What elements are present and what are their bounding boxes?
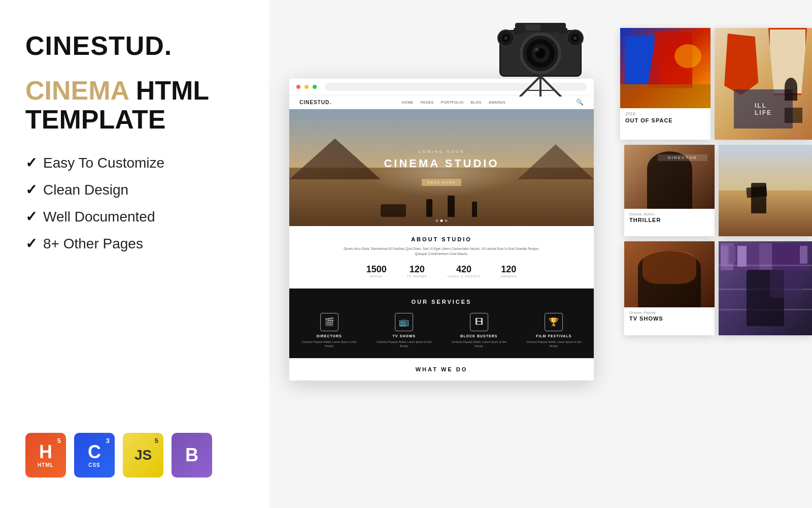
card-genre: Drama, Action [629, 212, 709, 216]
nav-blog: BLOG [471, 101, 482, 104]
window-close-dot [296, 85, 300, 89]
service-tvshows: 📺 TV SHOWS Contrary Popular Relief, Lore… [375, 313, 434, 348]
card-title: THRILLER [629, 217, 709, 223]
svg-point-9 [504, 37, 507, 40]
stat-num: 1500 [366, 264, 387, 275]
svg-line-15 [520, 76, 540, 97]
svg-point-5 [535, 48, 539, 52]
festivals-icon: 🏆 [545, 313, 563, 331]
html5-num: 5 [57, 437, 61, 444]
stat-video: 420 VIDEO & SPORTS [448, 264, 481, 278]
nav-portfolio: PORTFOLIO [441, 101, 464, 104]
js-badge: 5 JS [123, 433, 163, 478]
feature-item: ✓ 8+ Other Pages [25, 235, 244, 252]
html5-badge: 5 H HTML [25, 433, 66, 478]
card-art2: ILLLIFE [715, 28, 812, 140]
about-title: ABOUT STUDIO [299, 236, 584, 242]
feature-item: ✓ Easy To Customize [25, 154, 244, 171]
stat-label: TV SHOWS [407, 275, 427, 278]
site-services: OUR SERVICES 🎬 DIRECTORS Contrary Popula… [289, 289, 594, 359]
service-name: DIRECTORS [299, 334, 359, 338]
check-icon: ✓ [25, 181, 37, 198]
tvshows-icon: 📺 [395, 313, 413, 331]
feature-item: ✓ Well Documented [25, 208, 244, 225]
card-title: OUT OF SPACE [625, 117, 705, 123]
svg-rect-20 [514, 28, 523, 34]
feature-item: ✓ Clean Design [25, 181, 244, 198]
card-director-info: Drama, Action THRILLER [624, 209, 715, 236]
service-name: TV SHOWS [375, 334, 434, 338]
card-scene5-info: Drama, Family TV SHOWS [624, 307, 715, 336]
hero-title: CINEMA STUDIO [384, 157, 499, 170]
css3-letter: C [88, 443, 101, 461]
stat-movie: 1500 MOVIE [366, 264, 387, 278]
search-icon: 🔍 [576, 99, 584, 106]
check-icon: ✓ [25, 154, 37, 171]
service-festivals: 🏆 FILM FESTIVALS Contrary Popular Relief… [524, 313, 584, 348]
stat-awards: 120 AWARDS [500, 264, 517, 278]
services-grid: 🎬 DIRECTORS Contrary Popular Relief, Lor… [299, 313, 584, 348]
svg-rect-13 [525, 24, 540, 30]
service-name: BLOCK BUSTERS [449, 334, 509, 338]
card-title: TV SHOWS [629, 315, 709, 322]
feature-label: Well Documented [43, 209, 155, 225]
nav-home: HOME [402, 101, 414, 104]
js-letter: JS [134, 448, 152, 462]
nav-awards: AWARDS [489, 101, 505, 104]
feature-label: 8+ Other Pages [43, 236, 143, 252]
svg-line-17 [540, 76, 561, 97]
slide-dot [445, 219, 448, 222]
services-title: OUR SERVICES [299, 299, 584, 305]
card-year: 2016 [625, 111, 705, 116]
js-num: 5 [155, 437, 158, 444]
hero-coming-soon: COMING SOON [384, 149, 499, 154]
window-minimize-dot [304, 85, 309, 89]
hero-cta-button[interactable]: READ MORE [422, 179, 461, 186]
css3-label: CSS [88, 462, 100, 468]
blockbusters-icon: 🎞 [470, 313, 488, 331]
html5-label: HTML [38, 462, 54, 468]
card-library [719, 241, 812, 335]
about-desc: Donec Arcu Dolor, Elementum Et Facilisis… [340, 246, 543, 257]
stat-label: AWARDS [500, 275, 517, 278]
subtitle: CINEMA HTMLTEMPLATE [25, 76, 244, 134]
slide-dot [436, 219, 438, 222]
whatwedo-title: WHAT WE DO [297, 366, 586, 372]
css3-num: 3 [106, 437, 110, 444]
card-art1: 2016 OUT OF SPACE [620, 28, 710, 140]
tech-icons: 5 H HTML 3 C CSS 5 JS B [25, 433, 244, 478]
nav-pages: PAGES [421, 101, 434, 104]
service-blockbusters: 🎞 BLOCK BUSTERS Contrary Popular Relief,… [449, 313, 509, 348]
card-scene5: Drama, Family TV SHOWS [624, 241, 715, 335]
feature-label: Clean Design [43, 182, 128, 198]
card-director: DIRECTOR Drama, Action THRILLER [624, 145, 715, 236]
site-whatwedo: WHAT WE DO [289, 358, 594, 380]
check-icon: ✓ [25, 208, 37, 225]
stat-tvshows: 120 TV SHOWS [407, 264, 427, 278]
service-desc: Contrary Popular Relief, Lorem Ipsum Is … [375, 340, 434, 348]
service-desc: Contrary Popular Relief, Lorem Ipsum Is … [299, 340, 359, 348]
card-genre: Drama, Family [629, 310, 709, 315]
hero-content: COMING SOON CINEMA STUDIO READ MORE [384, 149, 499, 186]
service-desc: Contrary Popular Relief, Lorem Ipsum Is … [449, 340, 509, 348]
stat-num: 120 [407, 264, 427, 275]
camera-svg [469, 0, 612, 97]
service-desc: Contrary Popular Relief, Lorem Ipsum Is … [524, 340, 584, 348]
window-maximize-dot [313, 85, 317, 89]
service-name: FILM FESTIVALS [524, 334, 584, 338]
browser-mockup: CINESTUD. HOME PAGES PORTFOLIO BLOG AWAR… [289, 79, 594, 380]
slide-dots [436, 219, 448, 222]
card-beach [719, 145, 812, 236]
site-header: CINESTUD. HOME PAGES PORTFOLIO BLOG AWAR… [289, 96, 594, 109]
stat-label: MOVIE [366, 275, 387, 278]
service-directors: 🎬 DIRECTORS Contrary Popular Relief, Lor… [299, 313, 359, 348]
right-side-panels: 2016 OUT OF SPACE ILLLIFE DIRECTOR [619, 0, 812, 508]
check-icon: ✓ [25, 235, 37, 252]
bootstrap-badge: B [172, 433, 212, 478]
feature-label: Easy To Customize [43, 155, 164, 171]
site-about: ABOUT STUDIO Donec Arcu Dolor, Elementum… [289, 226, 594, 289]
stat-label: VIDEO & SPORTS [448, 275, 481, 278]
site-hero: COMING SOON CINEMA STUDIO READ MORE [289, 109, 594, 226]
css3-badge: 3 C CSS [74, 433, 115, 478]
right-panel: CINESTUD. HOME PAGES PORTFOLIO BLOG AWAR… [269, 0, 812, 508]
